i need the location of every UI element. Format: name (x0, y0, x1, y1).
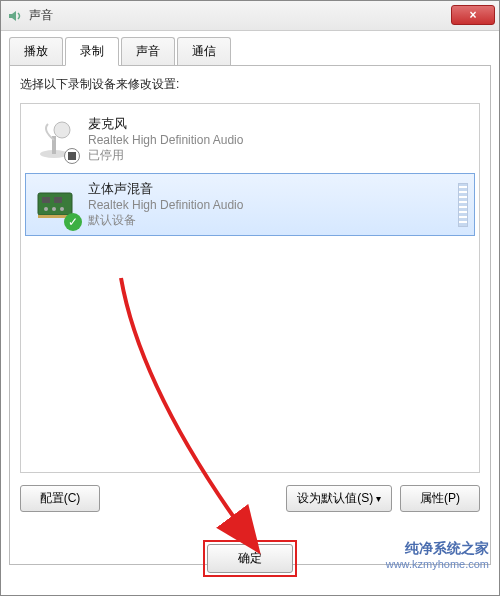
device-item-stereo-mix[interactable]: ✓ 立体声混音 Realtek High Definition Audio 默认… (25, 173, 475, 236)
svg-rect-4 (42, 197, 50, 203)
speaker-icon (7, 8, 23, 24)
annotation-highlight: 确定 (203, 540, 297, 577)
level-meter (458, 183, 468, 227)
svg-point-6 (44, 207, 48, 211)
sound-dialog: 声音 × 播放 录制 声音 通信 选择以下录制设备来修改设置: 麦克风 Real… (0, 0, 500, 596)
device-info: 麦克风 Realtek High Definition Audio 已停用 (88, 115, 468, 164)
device-list[interactable]: 麦克风 Realtek High Definition Audio 已停用 ✓ … (20, 103, 480, 473)
device-description: Realtek High Definition Audio (88, 198, 452, 212)
panel-buttons: 配置(C) 设为默认值(S) 属性(P) (20, 485, 480, 512)
configure-button[interactable]: 配置(C) (20, 485, 100, 512)
watermark-title: 纯净系统之家 (386, 539, 489, 557)
soundcard-icon: ✓ (32, 181, 80, 229)
watermark: 纯净系统之家 www.kzmyhome.com (386, 539, 489, 571)
spacer (108, 485, 278, 512)
device-status: 默认设备 (88, 212, 452, 229)
properties-button[interactable]: 属性(P) (400, 485, 480, 512)
close-button[interactable]: × (451, 5, 495, 25)
default-badge-icon: ✓ (64, 213, 82, 231)
tab-strip: 播放 录制 声音 通信 (1, 31, 499, 66)
svg-point-7 (52, 207, 56, 211)
svg-rect-5 (54, 197, 62, 203)
svg-point-8 (60, 207, 64, 211)
device-item-microphone[interactable]: 麦克风 Realtek High Definition Audio 已停用 (25, 108, 475, 171)
microphone-icon (32, 116, 80, 164)
ok-button[interactable]: 确定 (207, 544, 293, 573)
tab-sounds[interactable]: 声音 (121, 37, 175, 66)
device-name: 麦克风 (88, 115, 468, 133)
window-title: 声音 (29, 7, 53, 24)
svg-point-2 (54, 122, 70, 138)
tab-panel-recording: 选择以下录制设备来修改设置: 麦克风 Realtek High Definiti… (9, 65, 491, 565)
svg-rect-3 (38, 193, 72, 215)
device-name: 立体声混音 (88, 180, 452, 198)
device-info: 立体声混音 Realtek High Definition Audio 默认设备 (88, 180, 452, 229)
watermark-url: www.kzmyhome.com (386, 557, 489, 571)
device-status: 已停用 (88, 147, 468, 164)
disabled-badge-icon (64, 148, 80, 164)
tab-playback[interactable]: 播放 (9, 37, 63, 66)
close-icon: × (469, 8, 476, 22)
tab-communications[interactable]: 通信 (177, 37, 231, 66)
instruction-text: 选择以下录制设备来修改设置: (20, 76, 480, 93)
titlebar: 声音 × (1, 1, 499, 31)
set-default-button[interactable]: 设为默认值(S) (286, 485, 392, 512)
device-description: Realtek High Definition Audio (88, 133, 468, 147)
tab-recording[interactable]: 录制 (65, 37, 119, 66)
